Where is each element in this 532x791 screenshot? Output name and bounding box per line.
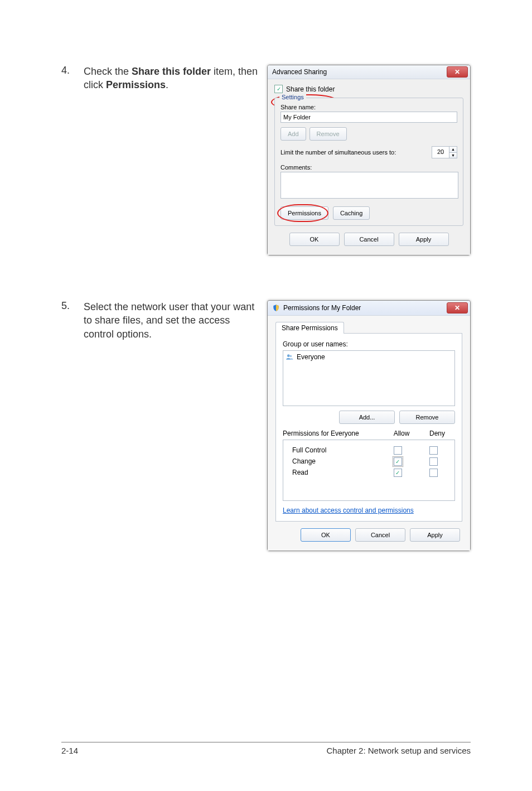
close-icon: ✕ — [454, 304, 460, 312]
people-icon — [286, 353, 293, 361]
shield-icon — [272, 304, 280, 312]
tab-panel: Group or user names: Everyone Add... Rem… — [275, 333, 462, 522]
table-row: Change ✓ — [287, 456, 451, 467]
dialog-titlebar: Permissions for My Folder ✕ — [268, 301, 470, 316]
permissions-for-label: Permissions for Everyone — [283, 430, 384, 437]
perm-name: Read — [287, 469, 380, 476]
limit-users-value: 20 — [432, 147, 449, 158]
cancel-button[interactable]: Cancel — [344, 233, 394, 246]
apply-button[interactable]: Apply — [410, 528, 460, 542]
dialog-title: Permissions for My Folder — [283, 304, 447, 312]
comments-label: Comments: — [280, 164, 457, 171]
limit-users-label: Limit the number of simultaneous users t… — [280, 149, 427, 156]
cancel-button[interactable]: Cancel — [355, 528, 405, 542]
add-button[interactable]: Add — [280, 127, 306, 141]
permissions-header: Permissions for Everyone Allow Deny — [283, 430, 455, 437]
share-name-label: Share name: — [280, 104, 457, 110]
apply-button[interactable]: Apply — [399, 233, 449, 246]
change-deny-checkbox[interactable] — [429, 457, 438, 466]
permissions-button[interactable]: Permissions — [280, 206, 328, 220]
advanced-sharing-dialog: Advanced Sharing ✕ ✓ Share this folder S… — [267, 65, 471, 255]
step-4-pre: Check the — [84, 66, 132, 77]
svg-point-1 — [289, 355, 292, 357]
share-this-folder-checkbox[interactable]: ✓ — [274, 85, 283, 93]
document-page: 4. Check the Share this folder item, the… — [0, 0, 532, 791]
comments-field[interactable] — [280, 172, 458, 199]
add-button[interactable]: Add... — [339, 411, 395, 424]
spinner-down-icon[interactable]: ▼ — [449, 153, 457, 158]
close-button[interactable]: ✕ — [447, 302, 468, 313]
spinner-up-icon[interactable]: ▲ — [449, 147, 457, 153]
limit-users-spinner[interactable]: 20 ▲ ▼ — [432, 146, 457, 158]
remove-button[interactable]: Remove — [399, 411, 455, 424]
step-4-text: Check the Share this folder item, then c… — [84, 65, 262, 92]
col-deny-header: Deny — [419, 430, 455, 437]
change-allow-checkbox[interactable]: ✓ — [394, 457, 402, 466]
learn-link[interactable]: Learn about access control and permissio… — [283, 507, 414, 514]
group-user-label: Group or user names: — [283, 340, 455, 348]
close-icon: ✕ — [454, 68, 460, 76]
dialog-titlebar: Advanced Sharing ✕ — [268, 65, 470, 79]
svg-point-0 — [287, 354, 290, 357]
step-5-screenshot: Permissions for My Folder ✕ Share Permis… — [262, 300, 471, 551]
dialog-bottom-buttons: OK Cancel Apply — [274, 226, 463, 248]
list-item-label: Everyone — [297, 353, 325, 361]
full-control-allow-checkbox[interactable] — [394, 446, 402, 455]
permissions-dialog: Permissions for My Folder ✕ Share Permis… — [267, 300, 471, 551]
dialog-bottom-buttons: OK Cancel Apply — [275, 522, 462, 544]
step-5-text: Select the network user that your want t… — [84, 300, 262, 341]
permissions-table: Permissions for Everyone Allow Deny Full… — [283, 430, 455, 501]
close-button[interactable]: ✕ — [447, 66, 468, 78]
permissions-list: Full Control Change ✓ — [283, 440, 455, 501]
table-row: Full Control — [287, 445, 451, 456]
tab-share-permissions[interactable]: Share Permissions — [275, 322, 344, 334]
page-footer: 2-14 Chapter 2: Network setup and servic… — [61, 742, 471, 755]
perm-name: Full Control — [287, 446, 380, 454]
step-4-end: . — [166, 79, 168, 90]
settings-groupbox: Settings Share name: Add Remove Limit th… — [274, 98, 463, 226]
ok-button[interactable]: OK — [289, 233, 340, 246]
step-5: 5. Select the network user that your wan… — [61, 300, 471, 551]
share-this-folder-row: ✓ Share this folder — [274, 85, 463, 93]
table-row: Read ✓ — [287, 467, 451, 478]
settings-group-title: Settings — [279, 94, 306, 100]
read-deny-checkbox[interactable] — [429, 469, 438, 477]
list-item[interactable]: Everyone — [286, 353, 452, 361]
step-4: 4. Check the Share this folder item, the… — [61, 65, 471, 255]
step-4-screenshot: Advanced Sharing ✕ ✓ Share this folder S… — [262, 65, 471, 255]
share-this-folder-label: Share this folder — [286, 85, 335, 93]
chapter-title: Chapter 2: Network setup and services — [327, 746, 471, 755]
col-allow-header: Allow — [384, 430, 419, 437]
permissions-caching-row: Permissions Caching — [280, 206, 457, 220]
remove-button[interactable]: Remove — [309, 127, 347, 141]
limit-users-row: Limit the number of simultaneous users t… — [280, 146, 457, 158]
perm-name: Change — [287, 457, 380, 465]
group-user-listbox[interactable]: Everyone — [283, 350, 455, 406]
ok-button[interactable]: OK — [301, 528, 351, 542]
share-name-input[interactable] — [280, 112, 457, 123]
full-control-deny-checkbox[interactable] — [429, 446, 438, 455]
step-4-bold2: Permissions — [106, 79, 166, 90]
caching-button[interactable]: Caching — [333, 206, 370, 220]
dialog-body: Share Permissions Group or user names: E… — [268, 316, 470, 551]
step-4-number: 4. — [61, 65, 84, 76]
step-5-number: 5. — [61, 300, 84, 312]
step-4-bold1: Share this folder — [132, 66, 211, 77]
dialog-title: Advanced Sharing — [272, 68, 447, 76]
page-number: 2-14 — [61, 746, 78, 755]
dialog-body: ✓ Share this folder Settings Share name:… — [268, 79, 470, 255]
read-allow-checkbox[interactable]: ✓ — [394, 469, 402, 477]
spinner-buttons[interactable]: ▲ ▼ — [449, 147, 457, 158]
